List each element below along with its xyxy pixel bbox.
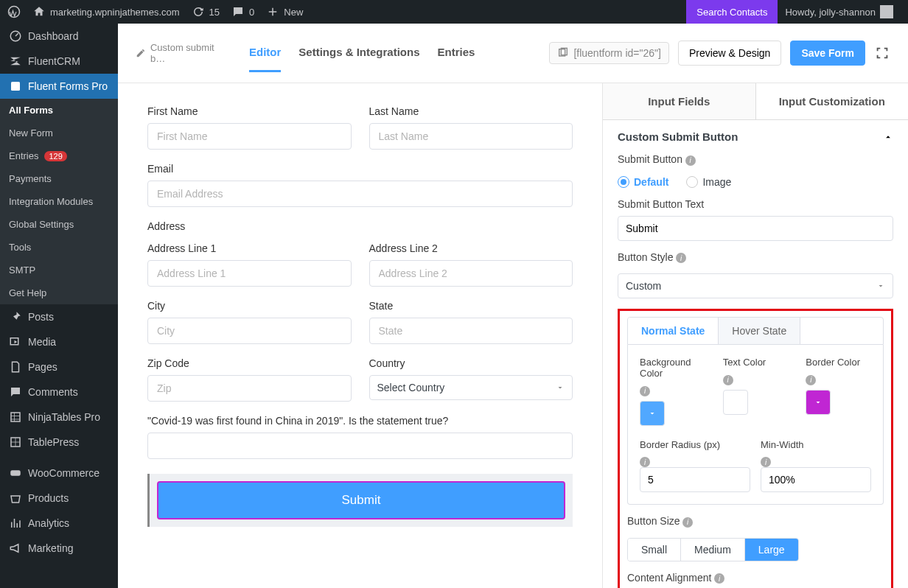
first-name-label: First Name (147, 105, 352, 117)
last-name-input[interactable] (369, 123, 573, 150)
sidebar-tablepress[interactable]: TablePress (0, 430, 118, 455)
sub-all-forms[interactable]: All Forms (0, 99, 118, 122)
section-custom-submit[interactable]: Custom Submit Button (603, 120, 908, 153)
highlight-box: Normal State Hover State Background Colo… (618, 309, 893, 588)
sidebar-marketing[interactable]: Marketing (0, 536, 118, 561)
panel-tab-input-fields[interactable]: Input Fields (603, 83, 756, 120)
last-name-label: Last Name (369, 105, 573, 117)
editor-topbar: Custom submit b… Editor Settings & Integ… (118, 24, 908, 83)
button-style-select[interactable]: Custom (618, 273, 893, 298)
right-panel: Input Fields Input Customization Custom … (603, 83, 908, 588)
avatar (880, 5, 893, 18)
fullscreen-icon[interactable] (874, 45, 890, 61)
site-link[interactable]: marketing.wpninjathemes.com (32, 5, 180, 18)
sidebar-woo[interactable]: WooCommerce (0, 461, 118, 486)
email-label: Email (147, 163, 573, 175)
bg-color-label: Background Color (640, 357, 705, 379)
form-canvas: First Name Last Name Email Address Addre… (118, 83, 603, 588)
info-icon: i (806, 375, 816, 385)
admin-bar-right: Search Contacts Howdy, jolly-shannon (686, 0, 901, 24)
tab-normal-state[interactable]: Normal State (628, 318, 719, 344)
country-select[interactable]: Select Country (369, 375, 573, 400)
zip-input[interactable] (147, 375, 352, 402)
sub-entries[interactable]: Entries 129 (0, 144, 118, 167)
email-input[interactable] (147, 181, 573, 207)
size-large[interactable]: Large (745, 539, 798, 561)
border-color-label: Border Color (806, 357, 871, 368)
addr1-input[interactable] (147, 260, 352, 287)
tab-hover-state[interactable]: Hover State (719, 318, 800, 344)
sidebar-pages[interactable]: Pages (0, 354, 118, 379)
sub-modules[interactable]: Integration Modules (0, 190, 118, 213)
min-width-input[interactable] (761, 467, 871, 492)
sub-help[interactable]: Get Help (0, 281, 118, 304)
breadcrumb[interactable]: Custom submit b… (136, 42, 231, 64)
bg-color-swatch[interactable] (640, 401, 665, 426)
tab-entries[interactable]: Entries (438, 34, 475, 72)
wp-logo[interactable] (7, 5, 21, 18)
sidebar-comments[interactable]: Comments (0, 379, 118, 405)
city-input[interactable] (147, 318, 352, 344)
submit-wrap[interactable]: Submit (147, 474, 573, 527)
sub-smtp[interactable]: SMTP (0, 259, 118, 281)
state-label: State (369, 300, 573, 312)
first-name-input[interactable] (147, 123, 352, 150)
question-input[interactable] (147, 433, 573, 459)
shortcode-box[interactable]: [fluentform id="26"] (549, 42, 669, 64)
submit-text-input[interactable] (618, 216, 893, 241)
text-color-swatch[interactable] (723, 390, 748, 415)
page-icon (9, 360, 22, 374)
sidebar-products[interactable]: Products (0, 486, 118, 511)
comments-link[interactable]: 0 (231, 5, 254, 18)
comment-icon (9, 385, 22, 399)
admin-bar-left: marketing.wpninjathemes.com 15 0 New (7, 5, 303, 18)
sidebar-fluentforms[interactable]: Fluent Forms Pro (0, 74, 118, 99)
sidebar-fluentcrm[interactable]: FluentCRM (0, 49, 118, 74)
chevron-down-icon (876, 281, 885, 290)
chevron-down-icon (814, 398, 823, 407)
sidebar-media[interactable]: Media (0, 329, 118, 354)
border-color-swatch[interactable] (806, 390, 831, 415)
sub-new-form[interactable]: New Form (0, 122, 118, 144)
info-icon: i (761, 457, 771, 467)
radio-default[interactable]: Default (618, 176, 668, 188)
radio-image[interactable]: Image (686, 176, 731, 188)
admin-sidebar: Dashboard FluentCRM Fluent Forms Pro All… (0, 24, 118, 588)
sidebar-dashboard[interactable]: Dashboard (0, 24, 118, 49)
search-contacts-button[interactable]: Search Contacts (686, 0, 778, 24)
sub-payments[interactable]: Payments (0, 167, 118, 190)
new-link[interactable]: New (266, 5, 303, 18)
state-input[interactable] (369, 318, 573, 344)
addr1-label: Address Line 1 (147, 242, 352, 254)
megaphone-icon (9, 542, 22, 555)
tab-settings[interactable]: Settings & Integrations (298, 34, 419, 72)
sub-tools[interactable]: Tools (0, 236, 118, 259)
sub-global[interactable]: Global Settings (0, 213, 118, 236)
submit-button[interactable]: Submit (157, 481, 565, 519)
sidebar-analytics[interactable]: Analytics (0, 511, 118, 536)
tab-editor[interactable]: Editor (249, 34, 281, 72)
info-icon: i (685, 155, 696, 166)
address-section-label: Address (147, 220, 573, 232)
city-label: City (147, 300, 352, 312)
sidebar-posts[interactable]: Posts (0, 304, 118, 329)
info-icon: i (676, 253, 686, 263)
updates-link[interactable]: 15 (192, 5, 220, 18)
size-medium[interactable]: Medium (681, 539, 745, 561)
howdy-account[interactable]: Howdy, jolly-shannon (778, 5, 901, 18)
panel-tab-customization[interactable]: Input Customization (756, 83, 909, 120)
size-small[interactable]: Small (628, 539, 681, 561)
preview-button[interactable]: Preview & Design (678, 41, 782, 66)
border-radius-input[interactable] (640, 467, 750, 492)
table-icon (9, 410, 22, 424)
admin-bar: marketing.wpninjathemes.com 15 0 New Sea… (0, 0, 908, 24)
media-icon (9, 335, 22, 349)
question-label: "Covid-19 was first found in China in 20… (147, 415, 573, 427)
save-button[interactable]: Save Form (790, 41, 865, 66)
addr2-input[interactable] (369, 260, 573, 287)
chevron-up-icon (883, 132, 893, 142)
addr2-label: Address Line 2 (369, 242, 573, 254)
min-width-label: Min-Width (761, 439, 871, 450)
sidebar-ninjatables[interactable]: NinjaTables Pro (0, 405, 118, 430)
woo-icon (9, 466, 22, 480)
